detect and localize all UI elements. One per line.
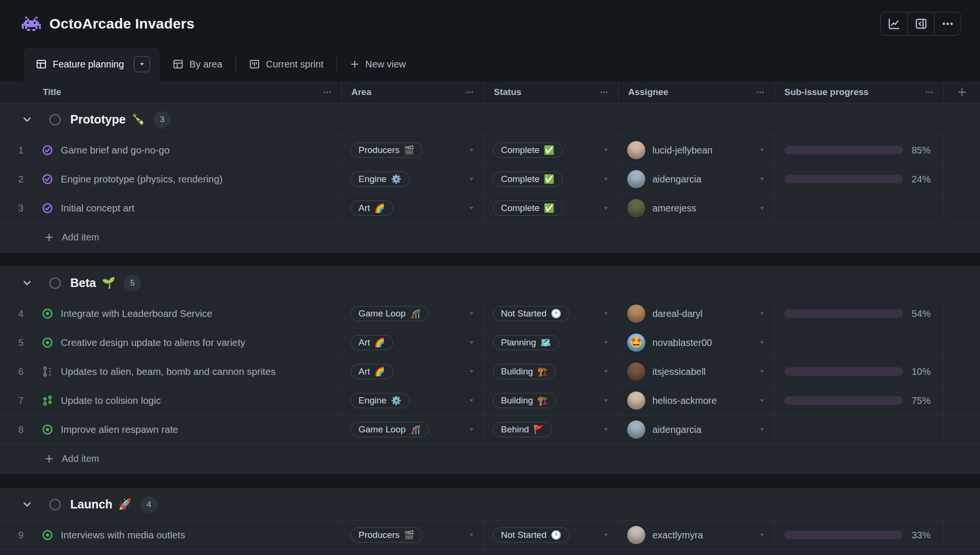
column-menu-icon[interactable] — [465, 87, 474, 97]
area-cell[interactable]: Art 🌈 — [342, 194, 484, 222]
collapse-group-chevron-icon[interactable] — [22, 115, 32, 125]
dropdown-caret-icon[interactable] — [602, 310, 610, 317]
dropdown-caret-icon[interactable] — [468, 175, 475, 183]
status-cell[interactable]: Building 🏗️ — [484, 386, 619, 415]
assignee-cell[interactable]: lucid-jellybean — [619, 136, 775, 164]
dropdown-caret-icon[interactable] — [468, 204, 475, 212]
status-pill[interactable]: Building 🏗️ — [493, 393, 556, 408]
status-pill[interactable]: Planning 🗺️ — [493, 335, 559, 350]
area-pill[interactable]: Producers 🎬 — [350, 527, 423, 543]
dropdown-caret-icon[interactable] — [758, 397, 766, 404]
dropdown-caret-icon[interactable] — [602, 426, 610, 433]
side-panel-button[interactable] — [907, 12, 934, 35]
area-pill[interactable]: Engine ⚙️ — [350, 393, 410, 408]
group-select-circle[interactable] — [49, 114, 61, 125]
group-select-circle[interactable] — [49, 278, 61, 289]
title-cell[interactable]: 4 Integrate with Leaderboard Service — [0, 299, 342, 328]
dropdown-caret-icon[interactable] — [602, 531, 610, 539]
tab-by-area[interactable]: By area — [160, 48, 236, 81]
collapse-group-chevron-icon[interactable] — [22, 499, 32, 510]
dropdown-caret-icon[interactable] — [468, 397, 475, 404]
add-item-button[interactable]: Add item — [0, 223, 980, 252]
column-header-status[interactable]: Status — [484, 81, 619, 103]
area-pill[interactable]: Art 🌈 — [350, 364, 393, 379]
status-pill[interactable]: Behind 🚩 — [493, 422, 552, 437]
title-cell[interactable]: 1 Game brief and go-no-go — [0, 136, 342, 164]
tab-feature-planning[interactable]: Feature planning — [24, 48, 160, 81]
title-cell[interactable]: 2 Engine prototype (physics, rendering) — [0, 165, 342, 193]
collapse-group-chevron-icon[interactable] — [22, 278, 32, 288]
column-menu-icon[interactable] — [322, 87, 332, 97]
area-pill[interactable]: Engine ⚙️ — [350, 172, 410, 187]
dropdown-caret-icon[interactable] — [758, 146, 766, 154]
dropdown-caret-icon[interactable] — [758, 175, 766, 183]
new-view-button[interactable]: New view — [337, 48, 419, 81]
dropdown-caret-icon[interactable] — [468, 310, 475, 317]
dropdown-caret-icon[interactable] — [602, 339, 610, 346]
area-cell[interactable]: Art 🌈 — [342, 357, 484, 386]
column-header-area[interactable]: Area — [342, 81, 484, 103]
status-cell[interactable]: Planning 🗺️ — [484, 328, 619, 357]
status-pill[interactable]: Not Started 🕐 — [493, 527, 570, 543]
column-menu-icon[interactable] — [924, 87, 934, 97]
status-cell[interactable]: Complete ✅ — [484, 165, 619, 193]
dropdown-caret-icon[interactable] — [468, 339, 475, 346]
area-pill[interactable]: Producers 🎬 — [350, 143, 423, 158]
dropdown-caret-icon[interactable] — [468, 531, 475, 539]
assignee-cell[interactable]: itsjessicabell — [619, 357, 775, 386]
area-cell[interactable]: Engine ⚙️ — [342, 386, 484, 415]
title-cell[interactable]: 6 Updates to alien, beam, bomb and canno… — [0, 357, 342, 386]
dropdown-caret-icon[interactable] — [758, 339, 766, 346]
dropdown-caret-icon[interactable] — [468, 368, 475, 375]
status-cell[interactable]: Building 🏗️ — [484, 357, 619, 386]
area-cell[interactable]: Game Loop 🎢 — [342, 299, 484, 328]
dropdown-caret-icon[interactable] — [758, 310, 766, 317]
area-pill[interactable]: Art 🌈 — [350, 335, 393, 350]
dropdown-caret-icon[interactable] — [602, 204, 610, 212]
dropdown-caret-icon[interactable] — [602, 146, 610, 154]
area-pill[interactable]: Game Loop 🎢 — [350, 306, 429, 321]
area-pill[interactable]: Art 🌈 — [350, 201, 393, 216]
title-cell[interactable]: 3 Initial concept art — [0, 194, 342, 222]
assignee-cell[interactable]: dareal-daryl — [619, 299, 775, 328]
project-menu-button[interactable] — [934, 12, 961, 35]
add-item-button[interactable]: Add item — [0, 444, 980, 473]
assignee-cell[interactable]: 🤩 novablaster00 — [619, 328, 775, 357]
group-select-circle[interactable] — [49, 499, 61, 510]
column-header-subissue-progress[interactable]: Sub-issue progress — [775, 81, 944, 103]
column-header-title[interactable]: Title — [0, 81, 342, 103]
title-cell[interactable]: 8 Improve alien respawn rate — [0, 415, 342, 444]
title-cell[interactable]: 7 Update to colision logic — [0, 386, 342, 415]
insights-button[interactable] — [881, 12, 907, 35]
area-cell[interactable]: Art 🌈 — [342, 328, 484, 357]
tab-current-sprint[interactable]: Current sprint — [236, 48, 337, 81]
column-menu-icon[interactable] — [755, 87, 765, 97]
column-menu-icon[interactable] — [599, 87, 609, 97]
status-cell[interactable]: Complete ✅ — [484, 194, 619, 222]
area-cell[interactable]: Producers 🎬 — [342, 136, 484, 164]
dropdown-caret-icon[interactable] — [602, 397, 610, 404]
dropdown-caret-icon[interactable] — [602, 368, 610, 375]
status-pill[interactable]: Complete ✅ — [493, 172, 563, 187]
area-cell[interactable]: Engine ⚙️ — [342, 165, 484, 193]
column-header-assignee[interactable]: Assignee — [619, 81, 775, 103]
status-pill[interactable]: Building 🏗️ — [493, 364, 556, 379]
dropdown-caret-icon[interactable] — [468, 146, 475, 154]
status-pill[interactable]: Not Started 🕐 — [493, 306, 570, 321]
dropdown-caret-icon[interactable] — [602, 175, 610, 183]
status-cell[interactable]: Behind 🚩 — [484, 415, 619, 444]
dropdown-caret-icon[interactable] — [468, 426, 475, 433]
title-cell[interactable]: 5 Creative design update to aliens for v… — [0, 328, 342, 357]
assignee-cell[interactable]: amerejess — [619, 194, 775, 222]
status-pill[interactable]: Complete ✅ — [493, 143, 563, 158]
dropdown-caret-icon[interactable] — [758, 426, 766, 433]
assignee-cell[interactable]: aidengarcia — [619, 415, 775, 444]
dropdown-caret-icon[interactable] — [758, 531, 766, 539]
assignee-cell[interactable]: exactlymyra — [619, 521, 775, 549]
status-cell[interactable]: Complete ✅ — [484, 136, 619, 164]
assignee-cell[interactable]: aidengarcia — [619, 165, 775, 193]
status-pill[interactable]: Complete ✅ — [493, 201, 563, 216]
view-options-button[interactable] — [134, 56, 150, 72]
assignee-cell[interactable]: helios-ackmore — [619, 386, 775, 415]
add-column-button[interactable] — [944, 81, 980, 103]
